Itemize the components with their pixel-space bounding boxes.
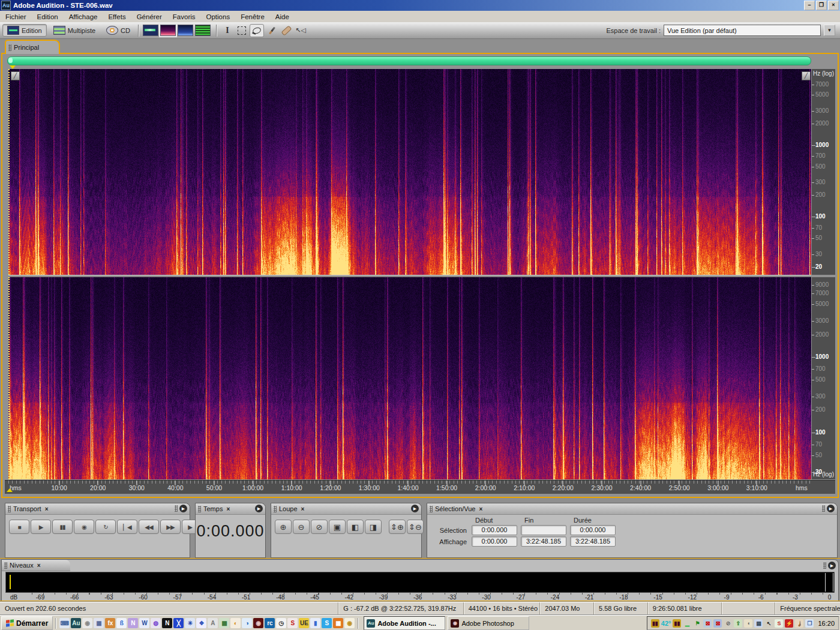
frequency-ruler-lower[interactable]: Hz (log)90007000500030002000100070050030… — [812, 277, 835, 479]
tray-display-icon[interactable]: ▤ — [754, 619, 763, 628]
quick-launch-browser[interactable]: ◍ — [151, 618, 161, 628]
level-meter[interactable] — [5, 572, 835, 593]
tray-mouse2-icon[interactable]: ʝ — [795, 619, 803, 628]
spectrogram-right-channel[interactable] — [8, 277, 811, 479]
time-ruler[interactable]: hmshms10:0020:0030:0040:0050:001:00:001:… — [5, 480, 835, 494]
quick-launch-xtool-2[interactable]: ✳ — [185, 618, 195, 628]
sélection-fin-field[interactable] — [521, 525, 566, 535]
selection-vue-panel-header[interactable]: Sélection/Vue × ▶ — [427, 503, 837, 515]
tray-s-icon[interactable]: S — [775, 619, 783, 628]
play-looped-button[interactable]: ◉ — [74, 520, 94, 534]
spectral-phase-view-button[interactable] — [195, 25, 211, 36]
transport-panel-header[interactable]: Transport × ▶ — [5, 503, 190, 515]
quick-launch-acrobat[interactable]: A — [208, 618, 218, 628]
zoom-out-vertical-button[interactable]: ⇕⊖ — [407, 520, 424, 534]
transport-panel-menu-button[interactable]: ▶ — [179, 505, 187, 512]
fast-forward-button[interactable]: ▶▶ — [160, 520, 181, 534]
quick-launch-rc[interactable]: rc — [265, 618, 275, 628]
tray-network-error-1-icon[interactable]: ⊠ — [703, 619, 712, 628]
play-button[interactable]: ▶ — [31, 520, 51, 534]
splitter-handle-right-icon[interactable]: ╱ — [802, 71, 811, 80]
tray-share-icon[interactable]: ⇪ — [734, 619, 742, 628]
multipiste-mode-button[interactable]: Multipiste — [49, 25, 100, 36]
tray-lightning-icon[interactable]: ⚡ — [785, 619, 793, 628]
horizontal-zoom-navigator[interactable] — [7, 56, 811, 65]
start-button[interactable]: Démarrer — [1, 616, 53, 630]
tray-meter-icon[interactable]: ▮▮ — [673, 619, 681, 628]
quick-launch-word[interactable]: W — [139, 618, 149, 628]
edition-mode-button[interactable]: Edition — [2, 24, 47, 37]
tray-underscore-icon[interactable]: ▁ — [683, 619, 691, 628]
temps-panel-menu-button[interactable]: ▶ — [255, 505, 263, 512]
stop-button[interactable]: ■ — [9, 520, 29, 534]
quick-launch-keyboard[interactable]: ⌨ — [59, 618, 70, 628]
tray-mouse-icon[interactable]: ◖ — [744, 619, 752, 628]
loop-button[interactable]: ↻ — [95, 520, 116, 534]
affichage-debut-field[interactable]: 0:00.000 — [472, 536, 517, 547]
scrub-tool-button[interactable]: ↖◁ — [294, 25, 307, 37]
tray-clip-icon[interactable]: ❐ — [805, 619, 814, 628]
quick-launch-media[interactable]: ◉ — [344, 618, 355, 628]
rewind-button[interactable]: ◀◀ — [139, 520, 159, 534]
tray-network-error-2-icon[interactable]: ⊠ — [713, 619, 722, 628]
zoom-in-horizontal-button[interactable]: ⊕ — [275, 520, 292, 534]
cd-mode-button[interactable]: CD — [102, 25, 134, 36]
temps-close-icon[interactable]: × — [226, 506, 230, 512]
sélection-debut-field[interactable]: 0:00.000 — [472, 525, 517, 535]
menu-options[interactable]: Options — [201, 12, 236, 22]
tray-cursor-icon[interactable]: ↖ — [764, 619, 773, 628]
quick-launch-blue-app[interactable]: ▮ — [310, 618, 320, 628]
quick-launch-photoshop[interactable]: ◉ — [253, 618, 263, 628]
loupe-close-icon[interactable]: × — [301, 506, 305, 512]
loupe-panel-menu-button[interactable]: ▶ — [411, 505, 419, 512]
effects-paintbrush-tool-button[interactable] — [265, 25, 278, 37]
niveaux-panel-menu-button[interactable]: ▶ — [828, 562, 836, 569]
transport-close-icon[interactable]: × — [45, 506, 49, 512]
selection-vue-close-icon[interactable]: × — [479, 506, 482, 512]
restore-button[interactable]: ❐ — [816, 1, 827, 10]
task-adobe-photoshop[interactable]: ◉Adobe Photoshop — [448, 616, 529, 630]
frequency-ruler-upper[interactable]: Hz (log)70005000300020001000700500300200… — [812, 69, 835, 275]
time-selection-tool-button[interactable]: I — [221, 25, 234, 37]
menu-favoris[interactable]: Favoris — [167, 12, 201, 22]
menu-effets[interactable]: Effets — [103, 12, 131, 22]
menu-aide[interactable]: Aide — [270, 12, 295, 22]
quick-launch-globe-2[interactable]: ◑ — [242, 618, 252, 628]
niveaux-close-icon[interactable]: × — [37, 562, 41, 569]
minimize-button[interactable]: – — [804, 1, 815, 10]
zoom-selection-left-button[interactable]: ◧ — [347, 520, 364, 534]
quick-launch-pdf-grid[interactable]: ▦ — [333, 618, 343, 628]
quick-launch-notator[interactable]: N — [162, 618, 172, 628]
marquee-selection-tool-button[interactable] — [235, 25, 248, 37]
quick-launch-ue[interactable]: UE — [299, 618, 309, 628]
tray-flag-icon[interactable]: ⚑ — [693, 619, 701, 628]
pause-button[interactable]: ▮▮ — [52, 520, 73, 534]
quick-launch-dial[interactable]: ◷ — [276, 618, 286, 628]
workspace-dropdown[interactable]: Vue Edition (par défaut) — [664, 25, 821, 36]
quick-launch-speaker[interactable]: ◉ — [82, 618, 92, 628]
zoom-out-horizontal-button[interactable]: ⊖ — [293, 520, 310, 534]
tab-principal[interactable]: Principal — [5, 40, 60, 54]
quick-launch-globe-1[interactable]: ◐ — [230, 618, 241, 628]
playback-cursor-lower[interactable] — [8, 277, 10, 479]
quick-launch-calculator[interactable]: ▦ — [94, 618, 104, 628]
zoom-to-selection-button[interactable]: ▣ — [329, 520, 346, 534]
playback-cursor-upper[interactable] — [8, 69, 10, 275]
waveform-view-button[interactable] — [143, 25, 158, 36]
quick-launch-imaging[interactable]: ▩ — [219, 618, 229, 628]
menu-affichage[interactable]: Affichage — [64, 12, 103, 22]
menu-générer[interactable]: Générer — [131, 12, 167, 22]
niveaux-panel-header[interactable]: Niveaux × — [2, 560, 70, 571]
lasso-selection-tool-button[interactable] — [250, 24, 264, 37]
workspace-dropdown-arrow-icon[interactable]: ▼ — [824, 25, 835, 36]
spectrogram-left-channel[interactable] — [8, 69, 811, 275]
quick-launch-xtool-1[interactable]: ╳ — [173, 618, 184, 628]
spot-healing-tool-button[interactable] — [280, 25, 293, 37]
quick-launch-bezier[interactable]: ß — [116, 618, 127, 628]
quick-launch-xtool-3[interactable]: ❖ — [196, 618, 206, 628]
spectral-view-button[interactable] — [160, 25, 176, 36]
affichage-fin-field[interactable]: 3:22:48.185 — [521, 536, 566, 547]
playhead-marker-bottom-icon[interactable] — [7, 488, 13, 492]
zoom-selection-right-button[interactable]: ◨ — [365, 520, 382, 534]
quick-launch-onenote[interactable]: N — [128, 618, 138, 628]
